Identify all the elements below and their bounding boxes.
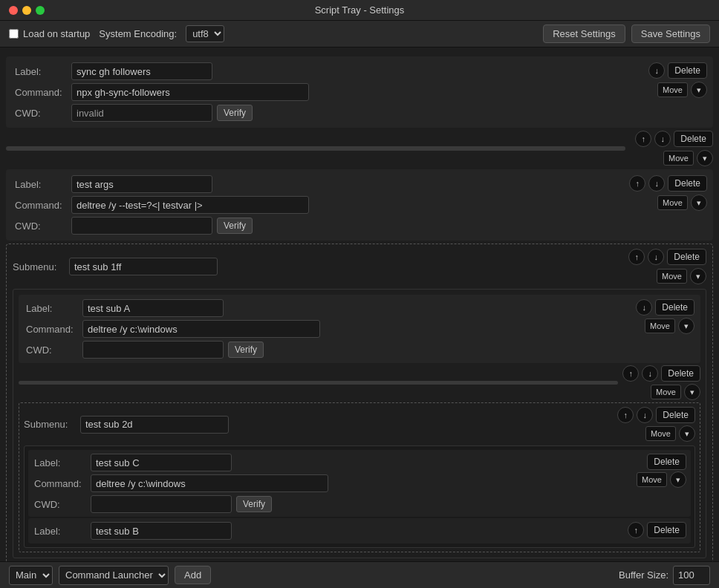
move-button[interactable]: Move (657, 82, 688, 97)
move-button-2[interactable]: Move (657, 195, 688, 210)
deep-up-b[interactable]: ↑ (628, 522, 644, 538)
nested-sub-up-2d[interactable]: ↑ (617, 407, 634, 423)
entry-controls: ↓ Delete Move ▾ (625, 62, 707, 98)
chevron-button-2[interactable]: ▾ (691, 195, 707, 211)
deep-label-input-b[interactable] (91, 522, 232, 540)
nested-controls-a: ↓ Delete Move ▾ (628, 299, 694, 334)
sep-chevron-button[interactable]: ▾ (697, 150, 713, 166)
chevron-button[interactable]: ▾ (691, 82, 707, 98)
reset-settings-button[interactable]: Reset Settings (543, 24, 625, 43)
deep-label-text-b: Label: (34, 526, 86, 537)
launcher-select[interactable]: Command Launcher (59, 566, 169, 585)
sub-down-btn[interactable]: ↓ (648, 249, 664, 265)
nested-sub-chevron-2d[interactable]: ▾ (679, 425, 695, 442)
up-button-2[interactable]: ↑ (629, 175, 645, 192)
delete-button[interactable]: Delete (668, 62, 707, 79)
entry-fields-2: Label: Command: CWD: Verify (15, 175, 619, 235)
nested-chevron-a[interactable]: ▾ (678, 318, 694, 334)
nested-delete-a[interactable]: Delete (655, 299, 694, 316)
nested-submenu-2d: Submenu: ↑ ↓ Delete Move ▾ (19, 402, 700, 552)
submenu-test-sub-1ff: Submenu: ↑ ↓ Delete Move ▾ (6, 244, 713, 561)
encoding-select[interactable]: utf8 (186, 25, 224, 42)
deep-entry-b: Label: ↑ Delete (28, 518, 691, 543)
deep-chevron-c[interactable]: ▾ (670, 471, 686, 488)
cwd-input[interactable] (71, 104, 212, 122)
nested-cmd-text-a: Command: (26, 324, 78, 335)
nested-down-a[interactable]: ↓ (636, 299, 652, 316)
deep-cmd-text-c: Command: (34, 478, 86, 489)
sub-up-btn[interactable]: ↑ (628, 249, 645, 265)
nested-verify-a[interactable]: Verify (228, 342, 264, 358)
load-on-startup-checkbox[interactable] (9, 29, 19, 39)
nested-entry-sub-a: Label: Command: CWD: Verify (19, 295, 700, 363)
nested-cwd-text-a: CWD: (26, 344, 78, 356)
sub-move-btn[interactable]: Move (657, 269, 687, 284)
cwd-text: CWD: (15, 108, 67, 119)
deep-delete-b[interactable]: Delete (647, 522, 686, 538)
close-button[interactable] (9, 6, 18, 15)
command-text: Command: (15, 87, 67, 98)
scroll-area[interactable]: Label: Command: CWD: Verify ↓ Delete (0, 48, 719, 561)
deep-label-text-c: Label: (34, 457, 86, 468)
minimize-button[interactable] (22, 6, 31, 15)
add-button[interactable]: Add (175, 566, 211, 584)
nested-sep-up[interactable]: ↑ (622, 365, 639, 382)
deep-cmd-input-c[interactable] (91, 474, 328, 492)
nested-sub-move-2d[interactable]: Move (645, 426, 676, 441)
title-bar: Script Tray - Settings (0, 0, 719, 21)
sep-move-button[interactable]: Move (663, 151, 694, 166)
nested-sub-down-2d[interactable]: ↓ (637, 407, 653, 423)
deep-verify-c[interactable]: Verify (236, 496, 272, 512)
deep-fields-b: Label: (34, 522, 622, 540)
command-input-2[interactable] (71, 196, 309, 214)
save-settings-button[interactable]: Save Settings (631, 24, 710, 43)
title-bar-buttons[interactable] (9, 6, 45, 15)
encoding-label: System Encoding: (99, 28, 177, 39)
nested-cmd-input-a[interactable] (82, 320, 320, 338)
separator-line (6, 146, 625, 151)
deep-cwd-input-c[interactable] (91, 495, 232, 513)
deep-delete-c[interactable]: Delete (647, 454, 686, 470)
verify-button-2[interactable]: Verify (217, 218, 253, 234)
submenu-input[interactable] (69, 258, 218, 275)
nested-submenu-body-2d: Label: Command: CWD: (24, 445, 695, 548)
submenu-header: Submenu: ↑ ↓ Delete Move ▾ (13, 249, 706, 284)
cwd-text-2: CWD: (15, 220, 67, 232)
command-input[interactable] (71, 83, 309, 101)
load-on-startup-label[interactable]: Load on startup (9, 28, 90, 39)
nested-move-a[interactable]: Move (645, 318, 675, 333)
submenu-controls: ↑ ↓ Delete Move ▾ (628, 249, 706, 284)
nested-label-input-a[interactable] (82, 299, 224, 317)
sub-delete-btn[interactable]: Delete (667, 249, 706, 265)
nested-submenu-header-2d: Submenu: ↑ ↓ Delete Move ▾ (24, 407, 695, 442)
nested-sub-delete-2d[interactable]: Delete (656, 407, 695, 423)
cwd-row: CWD: Verify (15, 104, 619, 122)
command-text-2: Command: (15, 200, 67, 211)
deep-controls-b: ↑ Delete (627, 522, 686, 538)
sep-delete-button[interactable]: Delete (674, 131, 713, 147)
down-button-2[interactable]: ↓ (648, 175, 665, 192)
nested-submenu-input-2d[interactable] (80, 416, 229, 434)
buffer-input[interactable] (673, 566, 710, 585)
cwd-input-2[interactable] (71, 217, 212, 235)
main-select[interactable]: Main (9, 566, 53, 585)
deep-move-c[interactable]: Move (637, 472, 667, 487)
toolbar-left: Load on startup System Encoding: utf8 (9, 25, 534, 42)
nested-sep-down[interactable]: ↓ (642, 365, 658, 382)
verify-button[interactable]: Verify (217, 105, 253, 121)
sub-chevron-btn[interactable]: ▾ (690, 268, 706, 284)
maximize-button[interactable] (36, 6, 45, 15)
nested-sep-chevron[interactable]: ▾ (684, 384, 700, 400)
label-input-2[interactable] (71, 175, 212, 193)
deep-label-input-c[interactable] (91, 454, 232, 471)
move-down-button[interactable]: ↓ (648, 62, 665, 79)
delete-button-2[interactable]: Delete (668, 175, 707, 192)
nested-sep-move[interactable]: Move (651, 385, 681, 399)
nested-cwd-input-a[interactable] (82, 341, 224, 359)
sep-down-button[interactable]: ↓ (654, 131, 671, 147)
nested-sub-label-text: Submenu: (24, 419, 76, 430)
nested-sep-delete[interactable]: Delete (661, 365, 700, 382)
sep-up-button[interactable]: ↑ (635, 131, 651, 147)
label-input[interactable] (71, 62, 212, 80)
nested-label-text-a: Label: (26, 303, 78, 314)
